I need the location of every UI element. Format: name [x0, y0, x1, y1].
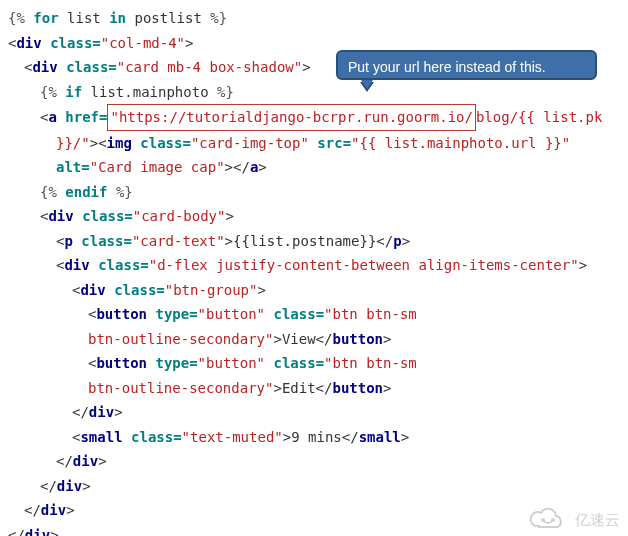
code-line: </div>: [8, 449, 620, 474]
code-line: {% if list.mainphoto %}: [8, 80, 620, 105]
code-line: <button type="button" class="btn btn-sm: [8, 351, 620, 376]
code-line: <p class="card-text">{{list.postname}}</…: [8, 229, 620, 254]
code-line: <button type="button" class="btn btn-sm: [8, 302, 620, 327]
code-line: <div class="btn-group">: [8, 278, 620, 303]
code-line: </div>: [8, 474, 620, 499]
code-line: btn-outline-secondary">Edit</button>: [8, 376, 620, 401]
code-line: <div class="d-flex justify-content-betwe…: [8, 253, 620, 278]
annotation-text: Put your url here instead of this.: [348, 59, 546, 75]
cloud-icon: [528, 506, 568, 530]
code-line: }}/"><img class="card-img-top" src="{{ l…: [8, 131, 620, 156]
code-line: <small class="text-muted">9 mins</small>: [8, 425, 620, 450]
highlighted-url: https://tutorialdjango-bcrpr.run.goorm.i…: [119, 109, 473, 125]
watermark-text: 亿速云: [575, 508, 620, 533]
code-line: </div>: [8, 400, 620, 425]
code-line: <div class="card-body">: [8, 204, 620, 229]
code-line: <a href="https://tutorialdjango-bcrpr.ru…: [8, 104, 620, 131]
code-line: {% for list in postlist %}: [8, 6, 620, 31]
code-line: {% endif %}: [8, 180, 620, 205]
annotation-callout: Put your url here instead of this.: [336, 50, 597, 80]
code-line: btn-outline-secondary">View</button>: [8, 327, 620, 352]
code-line: alt="Card image cap"></a>: [8, 155, 620, 180]
watermark: 亿速云: [524, 498, 628, 536]
highlighted-url-box: "https://tutorialdjango-bcrpr.run.goorm.…: [107, 104, 475, 131]
